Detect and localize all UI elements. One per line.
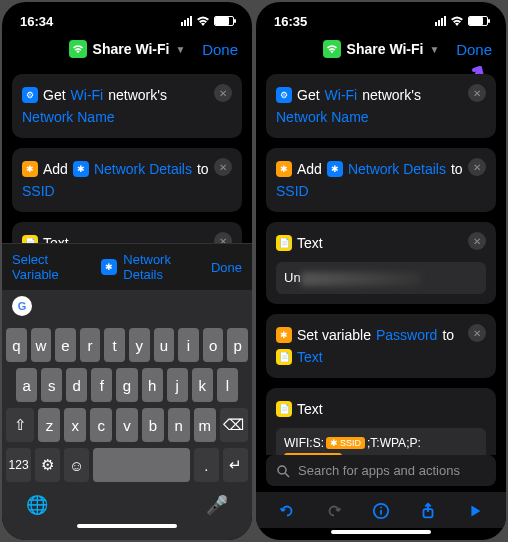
key-backspace[interactable]: ⌫ — [220, 408, 248, 442]
key-r[interactable]: r — [80, 328, 101, 362]
done-button[interactable]: Done — [202, 41, 238, 58]
globe-icon[interactable]: 🌐 — [26, 494, 48, 516]
key-g[interactable]: g — [116, 368, 137, 402]
action-add-dictionary[interactable]: ✕ ✱ Add ✱ Network Details to SSID — [12, 148, 242, 212]
verb: Get — [43, 84, 66, 106]
home-indicator[interactable] — [77, 524, 177, 528]
verb: Set variable — [297, 324, 371, 346]
page-title[interactable]: Share Wi-Fi ▼ — [69, 40, 186, 58]
key-s[interactable]: s — [41, 368, 62, 402]
signal-icon — [435, 16, 446, 26]
info-button[interactable] — [372, 502, 390, 520]
text-var[interactable]: Text — [297, 346, 323, 368]
text-pill-icon: 📄 — [22, 235, 38, 243]
magic-var-icon: ✱ — [73, 161, 89, 177]
select-variable-button[interactable]: Select Variable — [12, 252, 95, 282]
mic-icon[interactable]: 🎤 — [206, 494, 228, 516]
close-icon[interactable]: ✕ — [214, 84, 232, 102]
key-o[interactable]: o — [203, 328, 224, 362]
google-icon: G — [12, 296, 32, 316]
key-l[interactable]: l — [217, 368, 238, 402]
key-q[interactable]: q — [6, 328, 27, 362]
svg-line-1 — [285, 473, 289, 477]
network-name-var[interactable]: Network Name — [276, 106, 369, 128]
suggestion-row[interactable]: G — [2, 290, 252, 322]
seg: WIFI:S: — [284, 436, 324, 450]
key-shift[interactable]: ⇧ — [6, 408, 34, 442]
text: network's — [362, 84, 421, 106]
key-z[interactable]: z — [38, 408, 60, 442]
wifi-var[interactable]: Wi-Fi — [71, 84, 104, 106]
key-d[interactable]: d — [66, 368, 87, 402]
close-icon[interactable]: ✕ — [214, 158, 232, 176]
text-input[interactable]: Un — [276, 262, 486, 294]
ssid-var[interactable]: SSID — [276, 180, 309, 202]
key-b[interactable]: b — [142, 408, 164, 442]
text-pill-icon: 📄 — [276, 235, 292, 251]
key-n[interactable]: n — [168, 408, 190, 442]
key-emoji[interactable]: ☺ — [64, 448, 89, 482]
wifi-icon — [450, 16, 464, 26]
chevron-down-icon: ▼ — [175, 44, 185, 55]
text-input[interactable]: WIFI:S: ✱SSID ;T:WPA;P: ✱Password ;; — [276, 428, 486, 455]
share-button[interactable] — [419, 502, 437, 520]
action-get-network[interactable]: ✕ ⚙ Get Wi-Fi network's Network Name — [266, 74, 496, 138]
close-icon[interactable]: ✕ — [468, 84, 486, 102]
done-button[interactable]: Done — [456, 41, 492, 58]
key-space[interactable] — [93, 448, 190, 482]
key-h[interactable]: h — [142, 368, 163, 402]
status-bar: 16:35 — [256, 2, 506, 32]
accessory-done-button[interactable]: Done — [211, 260, 242, 275]
ssid-token[interactable]: ✱SSID — [326, 437, 365, 449]
ssid-var[interactable]: SSID — [22, 180, 55, 202]
key-p[interactable]: p — [227, 328, 248, 362]
play-button[interactable] — [466, 502, 484, 520]
key-f[interactable]: f — [91, 368, 112, 402]
search-placeholder: Search for apps and actions — [298, 463, 460, 478]
search-input[interactable]: Search for apps and actions — [266, 455, 496, 486]
bottom-toolbar — [256, 492, 506, 528]
key-v[interactable]: v — [116, 408, 138, 442]
close-icon[interactable]: ✕ — [214, 232, 232, 243]
close-icon[interactable]: ✕ — [468, 232, 486, 250]
key-y[interactable]: y — [129, 328, 150, 362]
network-name-var[interactable]: Network Name — [22, 106, 115, 128]
key-e[interactable]: e — [55, 328, 76, 362]
key-c[interactable]: c — [90, 408, 112, 442]
key-j[interactable]: j — [167, 368, 188, 402]
close-icon[interactable]: ✕ — [468, 158, 486, 176]
wifi-var[interactable]: Wi-Fi — [325, 84, 358, 106]
wifi-app-icon — [323, 40, 341, 58]
key-m[interactable]: m — [194, 408, 216, 442]
home-indicator[interactable] — [331, 530, 431, 534]
network-details-chip[interactable]: Network Details — [123, 252, 211, 282]
key-w[interactable]: w — [31, 328, 52, 362]
network-details-var[interactable]: Network Details — [348, 158, 446, 180]
action-add-dictionary[interactable]: ✕ ✱ Add ✱ Network Details to SSID — [266, 148, 496, 212]
key-return[interactable]: ↵ — [223, 448, 248, 482]
clock: 16:35 — [274, 14, 307, 29]
key-period[interactable]: . — [194, 448, 219, 482]
key-x[interactable]: x — [64, 408, 86, 442]
action-text[interactable]: ✕ 📄 Text Un — [266, 222, 496, 304]
key-k[interactable]: k — [192, 368, 213, 402]
key-123[interactable]: 123 — [6, 448, 31, 482]
key-a[interactable]: a — [16, 368, 37, 402]
close-icon[interactable]: ✕ — [468, 324, 486, 342]
key-t[interactable]: t — [104, 328, 125, 362]
redo-button[interactable] — [325, 502, 343, 520]
key-u[interactable]: u — [154, 328, 175, 362]
keyboard: q w e r t y u i o p a s d f g h j k l ⇧ … — [2, 322, 252, 540]
action-text[interactable]: ✕ 📄 Text Un — [12, 222, 242, 243]
action-text-2[interactable]: 📄 Text WIFI:S: ✱SSID ;T:WPA;P: ✱Password… — [266, 388, 496, 455]
key-i[interactable]: i — [178, 328, 199, 362]
action-set-variable[interactable]: ✕ ✱ Set variable Password to 📄 Text — [266, 314, 496, 378]
page-title[interactable]: Share Wi-Fi ▼ — [323, 40, 440, 58]
password-var[interactable]: Password — [376, 324, 437, 346]
action-get-network[interactable]: ✕ ⚙ Get Wi-Fi network's Network Name — [12, 74, 242, 138]
battery-icon — [468, 16, 488, 26]
key-settings[interactable]: ⚙ — [35, 448, 60, 482]
undo-button[interactable] — [278, 502, 296, 520]
network-details-var[interactable]: Network Details — [94, 158, 192, 180]
password-token[interactable]: ✱Password — [284, 453, 342, 455]
